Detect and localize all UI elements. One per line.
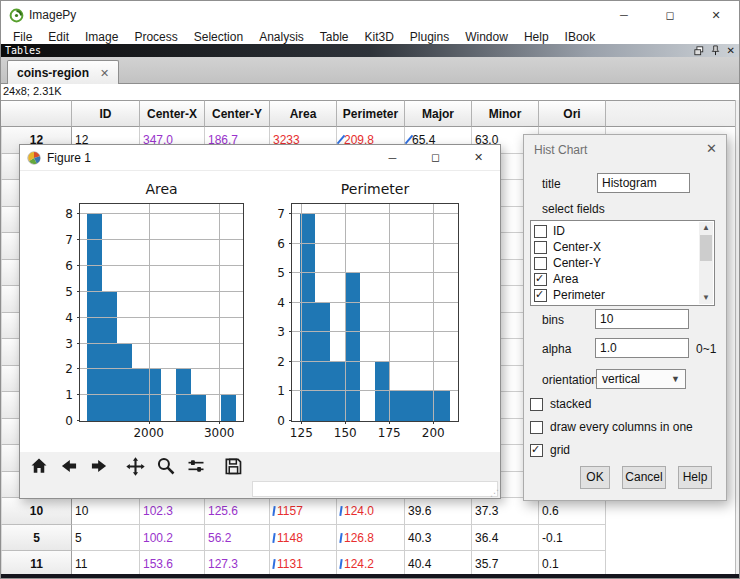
- table-cell[interactable]: 5: [72, 525, 140, 552]
- scroll-down-icon[interactable]: ▼: [699, 292, 713, 304]
- orientation-select[interactable]: vertical ▼: [596, 369, 686, 389]
- subplots-icon[interactable]: [186, 456, 206, 476]
- close-pane-icon[interactable]: ✕: [727, 46, 735, 56]
- menu-item-process[interactable]: Process: [126, 30, 185, 44]
- table-cell[interactable]: 100.2: [140, 525, 205, 552]
- table-cell[interactable]: 10: [72, 498, 140, 525]
- resize-grip[interactable]: ⋰: [490, 489, 499, 498]
- histogram-bar: [191, 395, 206, 421]
- figure-title-bar[interactable]: Figure 1 ─ ◻ ✕: [20, 145, 500, 171]
- bins-input[interactable]: 10: [595, 309, 689, 329]
- dialog-close-icon[interactable]: ✕: [706, 142, 717, 155]
- grid-checkbox[interactable]: [530, 444, 543, 457]
- column-header-major[interactable]: Major: [405, 100, 472, 127]
- ok-button[interactable]: OK: [580, 466, 610, 489]
- scroll-up-icon[interactable]: ▲: [699, 222, 713, 234]
- menu-item-kit3d[interactable]: Kit3D: [357, 30, 402, 44]
- list-scrollbar[interactable]: ▲ ▼: [699, 222, 713, 304]
- column-header-area[interactable]: Area: [270, 100, 337, 127]
- table-cell[interactable]: -0.1: [539, 525, 606, 552]
- alpha-label: alpha: [542, 342, 571, 356]
- column-header-perimeter[interactable]: Perimeter: [337, 100, 405, 127]
- stacked-checkbox-row[interactable]: stacked: [530, 397, 591, 411]
- menu-item-table[interactable]: Table: [312, 30, 357, 44]
- figure-minimize-button[interactable]: ─: [371, 145, 414, 170]
- title-input[interactable]: Histogram: [597, 173, 690, 193]
- field-option-perimeter[interactable]: Perimeter: [531, 287, 698, 303]
- zoom-icon[interactable]: [156, 456, 176, 476]
- figure-title: Figure 1: [47, 151, 91, 165]
- grid-line: [80, 343, 243, 344]
- field-option-center-x[interactable]: Center-X: [531, 239, 698, 255]
- table-cell[interactable]: 36.4: [472, 525, 539, 552]
- pin-pane-icon[interactable]: [711, 45, 720, 56]
- field-option-area[interactable]: Area: [531, 271, 698, 287]
- tab-close-icon[interactable]: ✕: [100, 67, 109, 80]
- table-cell[interactable]: 37.3: [472, 498, 539, 525]
- menu-item-window[interactable]: Window: [457, 30, 516, 44]
- forward-icon[interactable]: [89, 456, 109, 476]
- table-cell[interactable]: 125.6: [205, 498, 270, 525]
- table-cell[interactable]: 1148: [270, 525, 337, 552]
- home-icon[interactable]: [29, 456, 49, 476]
- tab-coins-region[interactable]: coins-region ✕: [7, 60, 119, 85]
- field-checkbox[interactable]: [534, 257, 547, 270]
- alpha-input[interactable]: 1.0: [595, 338, 689, 358]
- column-header-id[interactable]: ID: [72, 100, 140, 127]
- field-checkbox[interactable]: [534, 225, 547, 238]
- menu-item-edit[interactable]: Edit: [40, 30, 77, 44]
- scrollbar-thumb[interactable]: [700, 235, 712, 261]
- chart-title: Perimeter: [292, 181, 458, 197]
- table-cell[interactable]: 1157: [270, 498, 337, 525]
- help-button[interactable]: Help: [678, 466, 712, 489]
- back-icon[interactable]: [59, 456, 79, 476]
- row-header[interactable]: 5: [1, 525, 72, 552]
- table-cell[interactable]: 39.6: [405, 498, 472, 525]
- table-cell[interactable]: 102.3: [140, 498, 205, 525]
- column-header-center-y[interactable]: Center-Y: [205, 100, 270, 127]
- field-option-id[interactable]: ID: [531, 223, 698, 239]
- menu-item-help[interactable]: Help: [516, 30, 557, 44]
- column-header-center-x[interactable]: Center-X: [140, 100, 205, 127]
- stacked-checkbox[interactable]: [530, 398, 543, 411]
- close-button[interactable]: ✕: [693, 1, 739, 29]
- cancel-button[interactable]: Cancel: [622, 466, 666, 489]
- y-tick-mark: [77, 420, 80, 421]
- pan-icon[interactable]: [125, 456, 146, 477]
- row-header[interactable]: 10: [1, 498, 72, 525]
- menu-item-file[interactable]: File: [5, 30, 40, 44]
- figure-close-button[interactable]: ✕: [457, 145, 500, 170]
- menu-item-selection[interactable]: Selection: [186, 30, 251, 44]
- menu-item-plugins[interactable]: Plugins: [402, 30, 457, 44]
- column-header-ori[interactable]: Ori: [539, 100, 606, 127]
- perimeter-histogram: Perimeter12515017520001234567: [291, 203, 459, 422]
- table-cell[interactable]: 0.6: [539, 498, 606, 525]
- menu-item-ibook[interactable]: IBook: [557, 30, 604, 44]
- minimize-button[interactable]: ─: [601, 1, 647, 29]
- y-tick-label: 0: [65, 414, 73, 428]
- field-checkbox[interactable]: [534, 273, 547, 286]
- figure-canvas[interactable]: Area20003000012345678 Perimeter125150175…: [20, 171, 500, 452]
- table-cell[interactable]: 124.0: [337, 498, 405, 525]
- column-header-minor[interactable]: Minor: [472, 100, 539, 127]
- draw-all-label: draw every columns in one: [550, 420, 693, 434]
- maximize-button[interactable]: ◻: [647, 1, 693, 29]
- save-icon[interactable]: [223, 456, 243, 476]
- float-pane-icon[interactable]: [694, 46, 704, 56]
- table-cell[interactable]: 56.2: [205, 525, 270, 552]
- grid-checkbox-row[interactable]: grid: [530, 443, 570, 457]
- field-checkbox[interactable]: [534, 241, 547, 254]
- menu-item-image[interactable]: Image: [77, 30, 126, 44]
- field-checkbox[interactable]: [534, 289, 547, 302]
- draw-all-checkbox[interactable]: [530, 421, 543, 434]
- table-cell[interactable]: 40.3: [405, 525, 472, 552]
- figure-window[interactable]: Figure 1 ─ ◻ ✕ Area20003000012345678 Per…: [19, 144, 501, 499]
- draw-all-checkbox-row[interactable]: draw every columns in one: [530, 420, 693, 434]
- field-select-list[interactable]: IDCenter-XCenter-YAreaPerimeter ▲ ▼: [530, 220, 715, 306]
- orientation-label: orientation: [542, 373, 598, 387]
- hist-chart-dialog[interactable]: Hist Chart ✕ title Histogram select fiel…: [523, 134, 727, 501]
- table-cell[interactable]: 126.8: [337, 525, 405, 552]
- figure-maximize-button[interactable]: ◻: [414, 145, 457, 170]
- field-option-center-y[interactable]: Center-Y: [531, 255, 698, 271]
- menu-item-analysis[interactable]: Analysis: [251, 30, 312, 44]
